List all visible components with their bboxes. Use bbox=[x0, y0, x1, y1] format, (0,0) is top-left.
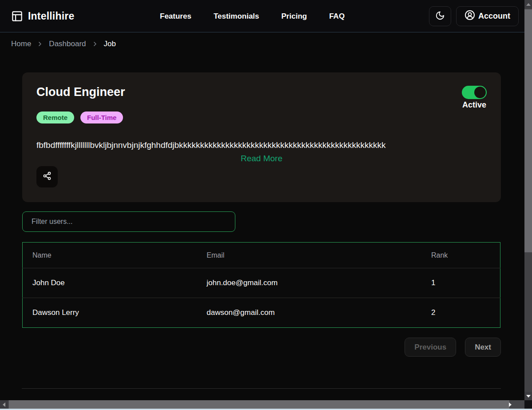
chevron-right-icon bbox=[91, 40, 99, 48]
scroll-down-button[interactable] bbox=[524, 392, 532, 400]
vertical-scrollbar-thumb[interactable] bbox=[524, 9, 532, 252]
badge-remote: Remote bbox=[36, 111, 74, 123]
cell-rank: 2 bbox=[421, 298, 500, 328]
nav-link-faq[interactable]: FAQ bbox=[329, 12, 345, 21]
column-header-rank[interactable]: Rank bbox=[421, 243, 500, 268]
share-icon bbox=[43, 171, 52, 182]
job-title: Cloud Engineer bbox=[36, 85, 125, 99]
nav-links: Features Testimonials Pricing FAQ bbox=[160, 0, 345, 32]
nav-link-testimonials[interactable]: Testimonials bbox=[214, 12, 259, 21]
pagination: Previous Next bbox=[405, 338, 501, 357]
next-button[interactable]: Next bbox=[465, 338, 501, 357]
active-toggle-label: Active bbox=[462, 100, 486, 110]
job-description: fbfbdfffffffkjlllllllbvkljbjnnvbjnjkfghh… bbox=[36, 140, 487, 150]
filter-users-input[interactable] bbox=[22, 211, 235, 232]
arrow-up-icon bbox=[526, 3, 531, 6]
table-row[interactable]: Dawson Lerry dawson@gmail.com 2 bbox=[23, 298, 500, 328]
arrow-down-icon bbox=[526, 395, 531, 398]
horizontal-scrollbar-thumb[interactable] bbox=[9, 400, 509, 409]
column-header-email[interactable]: Email bbox=[197, 243, 421, 268]
column-header-name[interactable]: Name bbox=[23, 243, 197, 268]
job-badges: Remote Full-Time bbox=[36, 111, 123, 123]
job-status-toggle-group: Active bbox=[462, 86, 487, 110]
read-more-link[interactable]: Read More bbox=[22, 154, 501, 163]
theme-toggle-button[interactable] bbox=[429, 6, 451, 26]
panels-logo-icon bbox=[11, 10, 23, 22]
scroll-left-button[interactable] bbox=[0, 400, 8, 409]
users-table: Name Email Rank John Doe john.doe@gmail.… bbox=[22, 242, 500, 328]
scroll-up-button[interactable] bbox=[524, 0, 532, 8]
footer-divider bbox=[22, 388, 501, 389]
table-row[interactable]: John Doe john.doe@gmail.com 1 bbox=[23, 268, 500, 298]
nav-link-pricing[interactable]: Pricing bbox=[282, 12, 307, 21]
horizontal-scrollbar[interactable] bbox=[0, 400, 524, 409]
top-nav: Intellihire Features Testimonials Pricin… bbox=[0, 0, 524, 32]
account-button-label: Account bbox=[478, 12, 510, 21]
scrollbar-corner bbox=[524, 400, 532, 409]
app-viewport: Intellihire Features Testimonials Pricin… bbox=[0, 0, 532, 410]
previous-button[interactable]: Previous bbox=[405, 338, 456, 357]
breadcrumb-dashboard[interactable]: Dashboard bbox=[49, 40, 86, 48]
toggle-knob bbox=[474, 87, 486, 98]
table-header-row: Name Email Rank bbox=[23, 243, 500, 268]
arrow-right-icon bbox=[509, 402, 512, 407]
active-toggle[interactable] bbox=[462, 86, 487, 99]
chevron-right-icon bbox=[36, 40, 44, 48]
breadcrumb-home[interactable]: Home bbox=[11, 40, 31, 48]
cell-email: john.doe@gmail.com bbox=[197, 268, 421, 298]
arrow-left-icon bbox=[3, 402, 5, 407]
breadcrumb: Home Dashboard Job bbox=[11, 40, 116, 48]
badge-full-time: Full-Time bbox=[80, 111, 123, 123]
brand-name: Intellihire bbox=[28, 10, 74, 22]
cell-rank: 1 bbox=[421, 268, 500, 298]
cell-email: dawson@gmail.com bbox=[197, 298, 421, 328]
account-button[interactable]: Account bbox=[456, 6, 519, 26]
nav-actions: Account bbox=[429, 6, 519, 26]
brand[interactable]: Intellihire bbox=[11, 10, 74, 22]
moon-icon bbox=[435, 11, 445, 22]
share-button[interactable] bbox=[36, 166, 58, 187]
cell-name: Dawson Lerry bbox=[23, 298, 197, 328]
breadcrumb-job: Job bbox=[104, 40, 116, 48]
vertical-scrollbar[interactable] bbox=[524, 0, 532, 400]
nav-link-features[interactable]: Features bbox=[160, 12, 191, 21]
scroll-right-button[interactable] bbox=[506, 400, 514, 409]
job-card: Cloud Engineer Active Remote Full-Time f… bbox=[22, 72, 501, 202]
cell-name: John Doe bbox=[23, 268, 197, 298]
user-circle-icon bbox=[465, 10, 475, 23]
